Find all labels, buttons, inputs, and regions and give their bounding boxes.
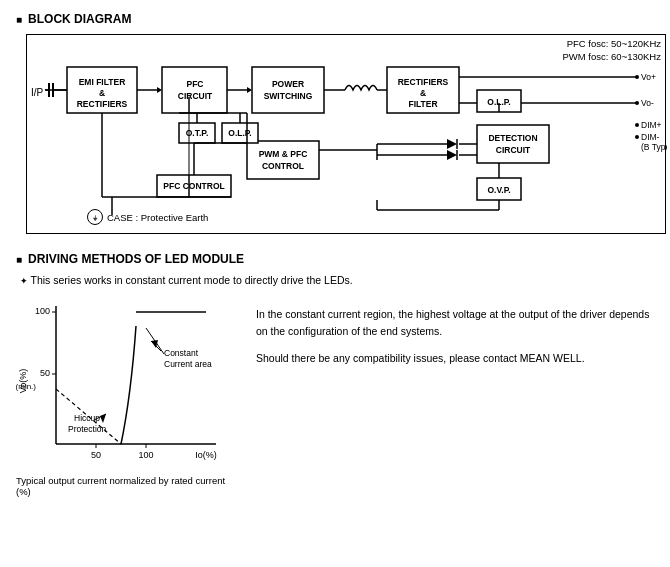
svg-text:Current area: Current area	[164, 359, 212, 369]
svg-text:PFC CONTROL: PFC CONTROL	[163, 181, 224, 191]
svg-rect-16	[252, 67, 324, 113]
svg-line-96	[146, 328, 164, 354]
svg-text:O.L.P.: O.L.P.	[228, 128, 251, 138]
svg-text:(B Type): (B Type)	[641, 142, 667, 152]
svg-marker-102	[100, 414, 106, 423]
svg-text:Hiccup: Hiccup	[74, 413, 100, 423]
svg-text:50: 50	[40, 368, 50, 378]
svg-text:DETECTION: DETECTION	[488, 133, 537, 143]
svg-text:100: 100	[35, 306, 50, 316]
svg-rect-52	[247, 141, 319, 179]
svg-point-30	[635, 135, 639, 139]
svg-text:DIM+: DIM+	[641, 120, 662, 130]
chart-caption: Typical output current normalized by rat…	[16, 475, 236, 497]
svg-text:Constant: Constant	[164, 348, 199, 358]
svg-text:50: 50	[91, 450, 101, 460]
svg-marker-48	[447, 150, 457, 160]
svg-marker-46	[447, 139, 457, 149]
svg-text:RECTIFIERS: RECTIFIERS	[77, 99, 128, 109]
svg-text:Vo+: Vo+	[641, 72, 656, 82]
svg-text:Protection: Protection	[68, 424, 107, 434]
svg-text:DIM-: DIM-	[641, 132, 660, 142]
driving-chart: 100 50 (min.) Vo(%) 50 100 Io(%)	[16, 296, 226, 471]
svg-rect-39	[477, 125, 549, 163]
driving-text-2: Should there be any compatibility issues…	[256, 350, 654, 367]
block-diagram-title: BLOCK DIAGRAM	[16, 12, 654, 26]
svg-text:CIRCUIT: CIRCUIT	[178, 91, 213, 101]
svg-text:&: &	[99, 88, 105, 98]
svg-text:POWER: POWER	[272, 79, 304, 89]
svg-text:&: &	[420, 88, 426, 98]
case-label: ⏚ CASE : Protective Earth	[87, 209, 208, 225]
driving-note: This series works in constant current mo…	[20, 274, 654, 286]
svg-text:RECTIFIERS: RECTIFIERS	[398, 77, 449, 87]
case-circle: ⏚	[87, 209, 103, 225]
svg-text:CIRCUIT: CIRCUIT	[496, 145, 531, 155]
driving-methods-title: DRIVING METHODS OF LED MODULE	[16, 252, 654, 266]
svg-text:Io(%): Io(%)	[195, 450, 217, 460]
driving-text-1: In the constant current region, the high…	[256, 306, 654, 340]
driving-text: In the constant current region, the high…	[256, 296, 654, 497]
svg-text:Vo-: Vo-	[641, 98, 654, 108]
svg-text:PWM & PFC: PWM & PFC	[259, 149, 308, 159]
driving-methods-section: DRIVING METHODS OF LED MODULE This serie…	[16, 252, 654, 497]
svg-point-27	[635, 75, 639, 79]
svg-text:FILTER: FILTER	[408, 99, 437, 109]
diagram-svg: EMI FILTER & RECTIFIERS PFC CIRCUIT POWE…	[27, 35, 667, 235]
svg-text:Vo(%): Vo(%)	[18, 369, 28, 394]
svg-point-29	[635, 123, 639, 127]
svg-text:O.V.P.: O.V.P.	[487, 185, 510, 195]
svg-text:EMI FILTER: EMI FILTER	[79, 77, 126, 87]
chart-area: 100 50 (min.) Vo(%) 50 100 Io(%)	[16, 296, 236, 497]
svg-text:PFC: PFC	[187, 79, 204, 89]
driving-content: 100 50 (min.) Vo(%) 50 100 Io(%)	[16, 296, 654, 497]
case-text: CASE : Protective Earth	[107, 212, 208, 223]
block-diagram-container: PFC fosc: 50~120KHzPWM fosc: 60~130KHz I…	[26, 34, 666, 234]
svg-text:SWITCHING: SWITCHING	[264, 91, 313, 101]
svg-point-28	[635, 101, 639, 105]
svg-text:CONTROL: CONTROL	[262, 161, 304, 171]
svg-text:100: 100	[138, 450, 153, 460]
svg-rect-11	[162, 67, 227, 113]
block-diagram-section: BLOCK DIAGRAM PFC fosc: 50~120KHzPWM fos…	[16, 12, 654, 234]
